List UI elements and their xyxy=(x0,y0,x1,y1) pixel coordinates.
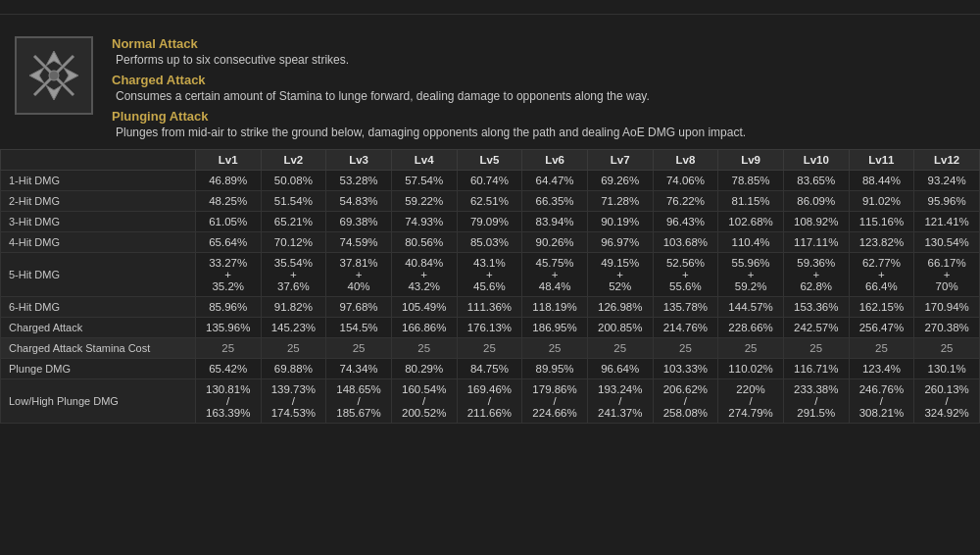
cell-value: 25 xyxy=(522,338,588,359)
cell-value: 69.26% xyxy=(587,171,653,191)
cell-value: 69.88% xyxy=(261,359,326,379)
col-header-lv12: Lv12 xyxy=(914,150,980,171)
cell-value: 91.82% xyxy=(261,297,326,318)
cell-value: 89.95% xyxy=(522,359,588,379)
col-header-lv3: Lv3 xyxy=(326,150,392,171)
table-row: 4-Hit DMG65.64%70.12%74.59%80.56%85.03%9… xyxy=(1,232,980,253)
talent-icon xyxy=(15,36,93,115)
cell-value: 65.21% xyxy=(261,212,326,232)
cell-value: 193.24%/241.37% xyxy=(587,379,653,424)
cell-value: 260.13%/324.92% xyxy=(914,379,980,424)
row-label: Low/High Plunge DMG xyxy=(1,379,196,424)
cell-value: 85.96% xyxy=(195,297,261,318)
cell-value: 83.94% xyxy=(522,212,588,232)
row-label: 4-Hit DMG xyxy=(1,232,196,253)
cell-value: 51.54% xyxy=(261,191,326,212)
normal-attack-label: Normal Attack xyxy=(112,36,968,51)
cell-value: 25 xyxy=(195,338,261,359)
table-row: Plunge DMG65.42%69.88%74.34%80.29%84.75%… xyxy=(1,359,980,379)
row-label: 6-Hit DMG xyxy=(1,297,196,318)
cell-value: 206.62%/258.08% xyxy=(653,379,718,424)
row-label: 5-Hit DMG xyxy=(1,253,196,297)
cell-value: 59.22% xyxy=(391,191,457,212)
stats-table: Lv1 Lv2 Lv3 Lv4 Lv5 Lv6 Lv7 Lv8 Lv9 Lv10… xyxy=(0,149,980,424)
cell-value: 144.57% xyxy=(718,297,784,318)
cell-value: 200.85% xyxy=(587,318,653,338)
cell-value: 91.02% xyxy=(849,191,914,212)
row-label: 1-Hit DMG xyxy=(1,171,196,191)
cell-value: 130.54% xyxy=(914,232,980,253)
cell-value: 80.29% xyxy=(391,359,457,379)
table-row: Charged Attack135.96%145.23%154.5%166.86… xyxy=(1,318,980,338)
col-header-lv6: Lv6 xyxy=(522,150,588,171)
cell-value: 59.36%+62.8% xyxy=(783,253,849,297)
svg-point-6 xyxy=(49,71,59,80)
cell-value: 25 xyxy=(718,338,784,359)
cell-value: 135.96% xyxy=(195,318,261,338)
cell-value: 115.16% xyxy=(849,212,914,232)
table-container: Lv1 Lv2 Lv3 Lv4 Lv5 Lv6 Lv7 Lv8 Lv9 Lv10… xyxy=(0,149,980,424)
svg-marker-3 xyxy=(29,68,44,83)
row-label: Charged Attack xyxy=(1,318,196,338)
cell-value: 166.86% xyxy=(391,318,457,338)
description-area: Normal Attack Performs up to six consecu… xyxy=(108,25,980,149)
row-label: Plunge DMG xyxy=(1,359,196,379)
cell-value: 111.36% xyxy=(457,297,522,318)
cell-value: 83.65% xyxy=(783,171,849,191)
cell-value: 74.93% xyxy=(391,212,457,232)
cell-value: 110.4% xyxy=(718,232,784,253)
table-row: Low/High Plunge DMG130.81%/163.39%139.73… xyxy=(1,379,980,424)
cell-value: 90.19% xyxy=(587,212,653,232)
svg-marker-2 xyxy=(46,51,62,66)
cell-value: 66.35% xyxy=(522,191,588,212)
cell-value: 46.89% xyxy=(195,171,261,191)
cell-value: 48.25% xyxy=(195,191,261,212)
cell-value: 35.54%+37.6% xyxy=(261,253,326,297)
cell-value: 103.33% xyxy=(653,359,718,379)
cell-value: 52.56%+55.6% xyxy=(653,253,718,297)
col-header-lv11: Lv11 xyxy=(849,150,914,171)
table-row: 3-Hit DMG61.05%65.21%69.38%74.93%79.09%8… xyxy=(1,212,980,232)
spear-icon xyxy=(24,46,83,105)
cell-value: 96.97% xyxy=(587,232,653,253)
col-header-lv1: Lv1 xyxy=(195,150,261,171)
cell-value: 135.78% xyxy=(653,297,718,318)
table-row: 1-Hit DMG46.89%50.08%53.28%57.54%60.74%6… xyxy=(1,171,980,191)
cell-value: 130.81%/163.39% xyxy=(195,379,261,424)
cell-value: 176.13% xyxy=(457,318,522,338)
col-header-lv7: Lv7 xyxy=(587,150,653,171)
cell-value: 108.92% xyxy=(783,212,849,232)
cell-value: 96.64% xyxy=(587,359,653,379)
cell-value: 246.76%/308.21% xyxy=(849,379,914,424)
charged-attack-desc: Consumes a certain amount of Stamina to … xyxy=(112,89,968,103)
cell-value: 45.75%+48.4% xyxy=(522,253,588,297)
cell-value: 78.85% xyxy=(718,171,784,191)
cell-value: 117.11% xyxy=(783,232,849,253)
cell-value: 102.68% xyxy=(718,212,784,232)
cell-value: 25 xyxy=(653,338,718,359)
cell-value: 25 xyxy=(326,338,392,359)
plunging-attack-desc: Plunges from mid-air to strike the groun… xyxy=(112,126,968,139)
col-header-lv5: Lv5 xyxy=(457,150,522,171)
cell-value: 145.23% xyxy=(261,318,326,338)
cell-value: 242.57% xyxy=(783,318,849,338)
cell-value: 60.74% xyxy=(457,171,522,191)
cell-value: 50.08% xyxy=(261,171,326,191)
cell-value: 96.43% xyxy=(653,212,718,232)
cell-value: 74.34% xyxy=(326,359,392,379)
col-header-lv4: Lv4 xyxy=(391,150,457,171)
cell-value: 214.76% xyxy=(653,318,718,338)
cell-value: 40.84%+43.2% xyxy=(391,253,457,297)
cell-value: 71.28% xyxy=(587,191,653,212)
cell-value: 170.94% xyxy=(914,297,980,318)
cell-value: 97.68% xyxy=(326,297,392,318)
cell-value: 70.12% xyxy=(261,232,326,253)
cell-value: 43.1%+45.6% xyxy=(457,253,522,297)
cell-value: 62.51% xyxy=(457,191,522,212)
cell-value: 153.36% xyxy=(783,297,849,318)
page-title xyxy=(0,0,980,15)
plunging-attack-label: Plunging Attack xyxy=(112,109,968,124)
cell-value: 37.81%+40% xyxy=(326,253,392,297)
cell-value: 121.41% xyxy=(914,212,980,232)
cell-value: 123.82% xyxy=(849,232,914,253)
